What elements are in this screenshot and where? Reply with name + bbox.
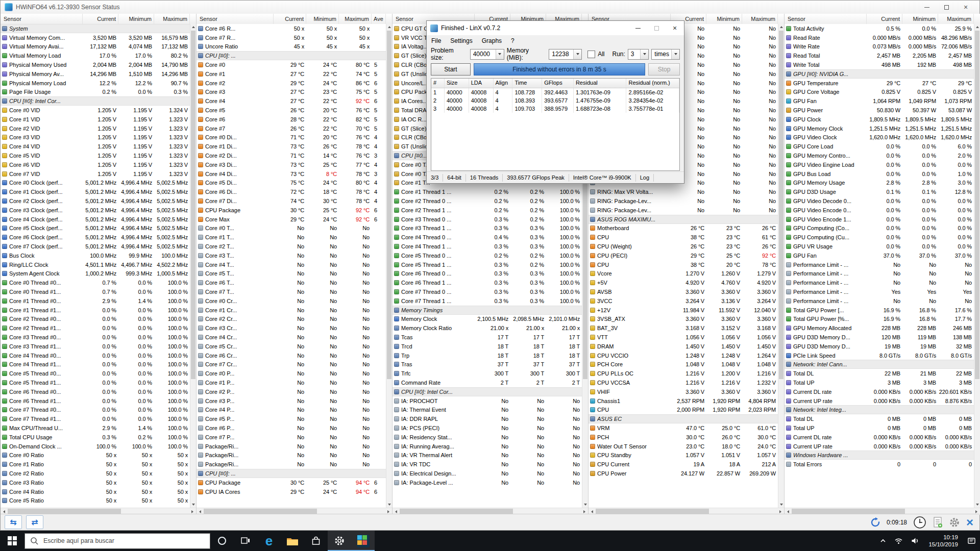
sensor-row[interactable]: Physical Memory Av...14,296 MB1,510 MB14… <box>1 69 190 79</box>
sensor-row[interactable]: Core #2 P...NoNoNo <box>197 387 386 396</box>
column-header[interactable]: Maximum <box>339 14 372 24</box>
run-count-spinner[interactable]: 3 <box>628 49 649 60</box>
panel-column-headers[interactable]: SensorCurrentMinimumMaximum <box>785 14 980 24</box>
sensor-row[interactable]: IA: PROCHOTNoNoNo <box>393 396 582 406</box>
chevron-down-icon[interactable] <box>573 49 581 59</box>
sensor-row[interactable]: CPU (PECI)29 °C25 °C92 °C <box>589 251 778 260</box>
file-explorer-button[interactable] <box>281 531 304 551</box>
sensor-row[interactable]: +5V4.920 V4.760 V4.920 V <box>589 278 778 287</box>
sensor-row[interactable]: Trp18 T18 T18 T <box>393 351 582 360</box>
sensor-row[interactable]: Core #6 Thread 1 ...0.3 %0.3 %100.0 % <box>393 278 582 287</box>
sensor-row[interactable]: PCIe Link Speed8.0 GT/s8.0 GT/s8.0 GT/s <box>785 351 974 360</box>
sensor-row[interactable]: VHIF3.360 V3.360 V3.360 V <box>589 387 778 396</box>
nav-forward-button[interactable]: ⇄ <box>26 515 43 529</box>
taskbar-clock[interactable]: 10:19 15/10/2019 <box>923 534 963 548</box>
sensor-row[interactable]: GPU Video Encode 0...0.0 %0.0 %0.0 % <box>785 206 974 215</box>
sensor-row[interactable]: CPU38 °C23 °C61 °C <box>589 233 778 242</box>
column-header[interactable]: Current <box>274 14 306 24</box>
sensor-row[interactable]: CPU VCCSA1.216 V1.216 V1.232 V <box>589 378 778 387</box>
column-header-sensor[interactable]: Sensor <box>1 14 83 24</box>
linx-column-header[interactable]: LDA <box>469 79 494 88</box>
sensor-row[interactable]: Core #5 P...NoNoNo <box>197 414 386 423</box>
sensor-row[interactable]: Core #3 VID1.205 V1.195 V1.323 V <box>1 133 190 142</box>
column-header[interactable]: Maximum <box>154 14 190 24</box>
scroll-up-icon[interactable] <box>190 24 197 30</box>
vertical-scrollbar[interactable] <box>190 24 196 508</box>
linx-column-header[interactable]: # <box>431 79 445 88</box>
sensor-row[interactable]: Core #4 P...NoNoNo <box>197 405 386 414</box>
sensor-row[interactable]: Trcd18 T18 T18 T <box>393 342 582 351</box>
sensor-row[interactable]: Core #5 VID1.205 V1.195 V1.323 V <box>1 151 190 160</box>
sensor-row[interactable]: Core #0 Ratio50 x50 x50 x <box>1 450 190 460</box>
sensor-row[interactable]: CPU Power24.127 W22.857 W269.209 W <box>589 469 778 478</box>
sensor-row[interactable]: IA: DDR RAPLNoNoNo <box>393 414 582 423</box>
sensor-row[interactable]: Core #2 Thread #1...0.0 %0.0 %100.0 % <box>1 323 190 333</box>
sensor-row[interactable]: VTT1.056 V1.056 V1.056 V <box>589 333 778 342</box>
sensor-row[interactable]: Command Rate2 T2 T2 T <box>393 378 582 387</box>
menu-item[interactable]: File <box>427 37 446 44</box>
linx-result-row[interactable]: 340000400084109.703388.95791.688723e-083… <box>431 105 679 113</box>
sensor-row[interactable]: Memory Clock Ratio21.00 x21.00 x21.00 x <box>393 323 582 333</box>
sensor-row[interactable]: Core #1 P...NoNoNo <box>197 378 386 387</box>
sensor-row[interactable]: Core #3 Thread #1...0.0 %0.0 %100.0 % <box>1 342 190 351</box>
sensor-row[interactable]: Core #3 Thread #0...0.0 %0.0 %100.0 % <box>1 333 190 342</box>
sensor-row[interactable]: Virtual Memory Load17.0 %17.0 %80.2 % <box>1 51 190 60</box>
sensor-row[interactable]: GPU Fan1,064 RPM1,049 RPM1,073 RPM <box>785 96 974 106</box>
sensor-row[interactable]: Core #1 Ratio50 x50 x50 x <box>1 460 190 469</box>
sensor-row[interactable]: Read Rate0.000 MB/s0.000 MB/s48.296 MB/s <box>785 33 974 42</box>
sensor-row[interactable]: Current UP rate0.000 KB/s0.000 KB/s0.000… <box>785 442 974 451</box>
start-button-taskbar[interactable] <box>0 531 24 551</box>
sensor-row[interactable]: Core #6 Cr...NoNoNo <box>197 351 386 360</box>
sensor-row[interactable]: Core #7 VID1.205 V1.195 V1.323 V <box>1 169 190 179</box>
sensor-row[interactable]: IA: Package-Level ...NoNoNo <box>393 478 582 487</box>
sensor-row[interactable]: Core #1 VID1.205 V1.195 V1.323 V <box>1 115 190 124</box>
menu-item[interactable]: Graphs <box>477 37 506 44</box>
sensor-row[interactable]: Core #6 P...NoNoNo <box>197 423 386 433</box>
sensor-row[interactable]: Core #6 R...50 x50 x50 x <box>197 24 386 33</box>
column-header[interactable]: Current <box>867 14 902 24</box>
sensor-row[interactable]: VRM47.0 °C25.0 °C61.0 °C <box>589 423 778 433</box>
tray-expand-button[interactable] <box>876 531 890 551</box>
sensor-row[interactable]: Core #0 T...NoNoNo <box>197 224 386 233</box>
sensor-row[interactable]: Core #4 Thread 1 ...0.3 %0.3 %100.0 % <box>393 242 582 251</box>
sensor-row[interactable]: Chassis12,537 RPM1,920 RPM4,804 RPM <box>589 396 778 406</box>
sensor-row[interactable]: Core #6 VID1.205 V1.195 V1.323 V <box>1 160 190 169</box>
scroll-up-icon[interactable] <box>974 24 980 30</box>
sensor-row[interactable]: Core #5 T...NoNoNo <box>197 269 386 279</box>
sensor-row[interactable]: Core #0 Di...71 °C20 °C76 °C4 <box>197 133 386 142</box>
panel-column-headers[interactable]: SensorCurrentMinimumMaximum <box>1 14 196 24</box>
sensor-row[interactable]: Write Rate0.073 MB/s0.000 MB/s72.006 MB/… <box>785 42 974 52</box>
sensor-row[interactable]: Core #3 Thread 0 ...0.3 %0.2 %100.0 % <box>393 215 582 224</box>
task-view-button[interactable] <box>234 531 257 551</box>
sensor-row[interactable]: Core #1 T...NoNoNo <box>197 233 386 242</box>
sensor-row[interactable]: System Agent Clock1,000.2 MHz999.3 MHz1,… <box>1 269 190 279</box>
panel-column-headers[interactable]: SensorCurrentMinimumMaximumAve <box>197 14 392 24</box>
sensor-row[interactable]: Core #2 Clock (perf...5,001.2 MHz4,996.4… <box>1 196 190 206</box>
nav-back-button[interactable]: ⇆ <box>5 515 22 529</box>
section-row[interactable]: Windows Hardware ... <box>785 450 974 460</box>
sensor-row[interactable]: Core #4 VID1.205 V1.195 V1.323 V <box>1 142 190 151</box>
section-row[interactable]: GPU [#0]: NVIDIA G... <box>785 69 974 79</box>
sensor-row[interactable]: CPU PLLs OC1.216 V1.200 V1.216 V <box>589 369 778 378</box>
scroll-up-icon[interactable] <box>386 24 393 30</box>
sensor-row[interactable]: IA: PCS (PECI)NoNoNo <box>393 423 582 433</box>
exit-icon[interactable]: × <box>966 517 973 528</box>
sensor-row[interactable]: Core #127 °C22 °C74 °C5 <box>197 69 386 79</box>
sensor-row[interactable]: Virtual Memory Com...3,520 MB3,520 MB16,… <box>1 33 190 42</box>
sensor-row[interactable]: Current DL rate0.000 KB/s0.000 KB/s0.000… <box>785 433 974 442</box>
settings-button[interactable] <box>328 531 351 551</box>
sensor-row[interactable]: Core #1 Thread #0...2.9 %1.4 %100.0 % <box>1 296 190 306</box>
sensor-row[interactable]: 3VSB_ATX3.360 V3.360 V3.360 V <box>589 315 778 324</box>
sensor-row[interactable]: Core #3 Ratio50 x50 x50 x <box>1 478 190 487</box>
sensor-row[interactable]: Package/Ri...NoNoNo <box>197 460 386 469</box>
section-row[interactable]: ASUS ROG MAXIMU... <box>589 215 778 224</box>
linx-maximize-button[interactable] <box>647 21 666 35</box>
sensor-row[interactable]: Core #7 P...NoNoNo <box>197 433 386 442</box>
section-row[interactable]: System <box>1 24 190 33</box>
sensor-row[interactable]: GPU Bus Load0.0 %0.0 %1.0 % <box>785 169 974 179</box>
sensor-row[interactable]: IA: Residency Stat...NoNoNo <box>393 433 582 442</box>
column-header[interactable]: Minimum <box>306 14 339 24</box>
column-header[interactable]: Maximum <box>938 14 974 24</box>
sensor-row[interactable]: Physical Memory Used2,004 MB2,004 MB14,7… <box>1 60 190 69</box>
sensor-row[interactable]: Core #0 Cr...NoNoNo <box>197 296 386 306</box>
